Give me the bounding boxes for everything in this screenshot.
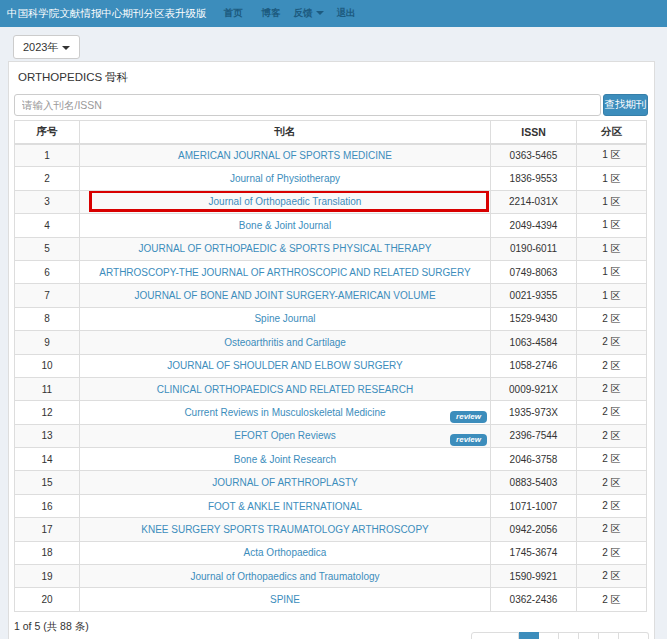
journal-link[interactable]: FOOT & ANKLE INTERNATIONAL bbox=[208, 501, 362, 512]
journal-link[interactable]: Journal of Orthopaedic Translation bbox=[209, 196, 362, 207]
row-index: 12 bbox=[15, 401, 80, 424]
zone-value: 2 区 bbox=[577, 331, 647, 354]
journal-name-cell: Journal of Orthopaedic Translation bbox=[80, 190, 491, 213]
table-row: 11 CLINICAL ORTHOPAEDICS AND RELATED RES… bbox=[15, 377, 647, 400]
table-row: 3 Journal of Orthopaedic Translation 221… bbox=[15, 190, 647, 213]
row-index: 16 bbox=[15, 494, 80, 517]
issn-value: 2214-031X bbox=[491, 190, 577, 213]
pagination-page-5[interactable]: 5 bbox=[599, 632, 619, 639]
zone-value: 1 区 bbox=[577, 260, 647, 283]
nav-item-logout[interactable]: 退出 bbox=[337, 7, 356, 20]
journal-link[interactable]: KNEE SURGERY SPORTS TRAUMATOLOGY ARTHROS… bbox=[141, 524, 429, 535]
pagination-page-1[interactable]: 1 bbox=[519, 632, 539, 639]
journal-link[interactable]: JOURNAL OF BONE AND JOINT SURGERY-AMERIC… bbox=[134, 290, 435, 301]
journal-name-cell: Spine Journal bbox=[80, 307, 491, 330]
zone-value: 1 区 bbox=[577, 167, 647, 190]
table-row: 6 ARTHROSCOPY-THE JOURNAL OF ARTHROSCOPI… bbox=[15, 260, 647, 283]
journal-link[interactable]: Acta Orthopaedica bbox=[244, 547, 327, 558]
row-index: 13 bbox=[15, 424, 80, 447]
search-bar: 查找期刊 bbox=[14, 94, 648, 116]
table-row: 7 JOURNAL OF BONE AND JOINT SURGERY-AMER… bbox=[15, 284, 647, 307]
zone-value: 2 区 bbox=[577, 588, 647, 611]
zone-value: 2 区 bbox=[577, 424, 647, 447]
journal-name-cell: JOURNAL OF ARTHROPLASTY bbox=[80, 471, 491, 494]
issn-value: 0009-921X bbox=[491, 377, 577, 400]
journal-link[interactable]: JOURNAL OF ARTHROPLASTY bbox=[212, 477, 358, 488]
zone-value: 1 区 bbox=[577, 144, 647, 167]
year-dropdown-button[interactable]: 2023年 bbox=[13, 35, 80, 59]
zone-value: 2 区 bbox=[577, 307, 647, 330]
zone-value: 1 区 bbox=[577, 190, 647, 213]
table-row: 8 Spine Journal 1529-9430 2 区 bbox=[15, 307, 647, 330]
row-index: 1 bbox=[15, 144, 80, 167]
pagination-page-4[interactable]: 4 bbox=[579, 632, 599, 639]
table-row: 1 AMERICAN JOURNAL OF SPORTS MEDICINE 03… bbox=[15, 144, 647, 167]
journal-name-cell: JOURNAL OF ORTHOPAEDIC & SPORTS PHYSICAL… bbox=[80, 237, 491, 260]
journal-link[interactable]: Journal of Physiotherapy bbox=[230, 173, 340, 184]
journal-link[interactable]: CLINICAL ORTHOPAEDICS AND RELATED RESEAR… bbox=[157, 384, 413, 395]
zone-value: 2 区 bbox=[577, 354, 647, 377]
table-row: 12 Current Reviews in Musculoskeletal Me… bbox=[15, 401, 647, 424]
pagination: « 1 2 3 4 5 » bbox=[471, 632, 649, 639]
issn-value: 2396-7544 bbox=[491, 424, 577, 447]
pagination-next[interactable]: » bbox=[619, 632, 649, 639]
issn-value: 0362-2436 bbox=[491, 588, 577, 611]
zone-value: 2 区 bbox=[577, 471, 647, 494]
journal-table: 序号 刊名 ISSN 分区 1 AMERICAN JOURNAL OF SPOR… bbox=[14, 120, 647, 612]
app-title: 中国科学院文献情报中心期刊分区表升级版 bbox=[0, 7, 207, 21]
journal-link[interactable]: Osteoarthritis and Cartilage bbox=[224, 337, 346, 348]
row-index: 3 bbox=[15, 190, 80, 213]
journal-name-cell: AMERICAN JOURNAL OF SPORTS MEDICINE bbox=[80, 144, 491, 167]
journal-link[interactable]: JOURNAL OF ORTHOPAEDIC & SPORTS PHYSICAL… bbox=[138, 243, 431, 254]
journal-name-cell: JOURNAL OF SHOULDER AND ELBOW SURGERY bbox=[80, 354, 491, 377]
journal-link[interactable]: AMERICAN JOURNAL OF SPORTS MEDICINE bbox=[178, 150, 392, 161]
nav-item-blog[interactable]: 博客 bbox=[262, 7, 281, 20]
col-header-index: 序号 bbox=[15, 121, 80, 144]
zone-value: 2 区 bbox=[577, 494, 647, 517]
zone-value: 1 区 bbox=[577, 214, 647, 237]
issn-value: 0363-5465 bbox=[491, 144, 577, 167]
journal-link[interactable]: Spine Journal bbox=[254, 313, 315, 324]
journal-table-wrap: 序号 刊名 ISSN 分区 1 AMERICAN JOURNAL OF SPOR… bbox=[14, 120, 647, 612]
issn-value: 0942-2056 bbox=[491, 518, 577, 541]
col-header-name: 刊名 bbox=[80, 121, 491, 144]
table-row: 19 Journal of Orthopaedics and Traumatol… bbox=[15, 565, 647, 588]
journal-name-cell: FOOT & ANKLE INTERNATIONAL bbox=[80, 494, 491, 517]
table-row: 20 SPINE 0362-2436 2 区 bbox=[15, 588, 647, 611]
nav-item-feedback[interactable]: 反馈 bbox=[294, 7, 324, 20]
review-badge: review bbox=[450, 434, 487, 446]
issn-value: 1063-4584 bbox=[491, 331, 577, 354]
pagination-page-2[interactable]: 2 bbox=[539, 632, 559, 639]
journal-link[interactable]: ARTHROSCOPY-THE JOURNAL OF ARTHROSCOPIC … bbox=[99, 267, 470, 278]
row-index: 15 bbox=[15, 471, 80, 494]
journal-link[interactable]: Bone & Joint Research bbox=[234, 454, 336, 465]
issn-value: 2049-4394 bbox=[491, 214, 577, 237]
col-header-zone: 分区 bbox=[577, 121, 647, 144]
row-index: 5 bbox=[15, 237, 80, 260]
zone-value: 2 区 bbox=[577, 401, 647, 424]
pagination-page-3[interactable]: 3 bbox=[559, 632, 579, 639]
journal-link[interactable]: Current Reviews in Musculoskeletal Medic… bbox=[184, 407, 385, 418]
journal-link[interactable]: JOURNAL OF SHOULDER AND ELBOW SURGERY bbox=[167, 360, 403, 371]
pagination-prev[interactable]: « bbox=[471, 632, 519, 639]
journal-link[interactable]: SPINE bbox=[270, 594, 300, 605]
zone-value: 1 区 bbox=[577, 237, 647, 260]
journal-link[interactable]: EFORT Open Reviews bbox=[234, 430, 335, 441]
journal-panel: ORTHOPEDICS 骨科 查找期刊 序号 刊名 ISSN 分区 1 AMER… bbox=[8, 61, 655, 639]
journal-link[interactable]: Journal of Orthopaedics and Traumatology bbox=[191, 571, 380, 582]
nav-item-home[interactable]: 首页 bbox=[224, 7, 243, 20]
row-index: 9 bbox=[15, 331, 80, 354]
journal-link[interactable]: Bone & Joint Journal bbox=[239, 220, 331, 231]
table-row: 14 Bone & Joint Research 2046-3758 2 区 bbox=[15, 448, 647, 471]
issn-value: 2046-3758 bbox=[491, 448, 577, 471]
table-row: 10 JOURNAL OF SHOULDER AND ELBOW SURGERY… bbox=[15, 354, 647, 377]
journal-name-cell: CLINICAL ORTHOPAEDICS AND RELATED RESEAR… bbox=[80, 377, 491, 400]
zone-value: 1 区 bbox=[577, 284, 647, 307]
issn-value: 1590-9921 bbox=[491, 565, 577, 588]
row-index: 17 bbox=[15, 518, 80, 541]
search-button[interactable]: 查找期刊 bbox=[603, 94, 648, 116]
table-row: 18 Acta Orthopaedica 1745-3674 2 区 bbox=[15, 541, 647, 564]
search-input[interactable] bbox=[14, 94, 601, 116]
row-index: 20 bbox=[15, 588, 80, 611]
table-row: 15 JOURNAL OF ARTHROPLASTY 0883-5403 2 区 bbox=[15, 471, 647, 494]
